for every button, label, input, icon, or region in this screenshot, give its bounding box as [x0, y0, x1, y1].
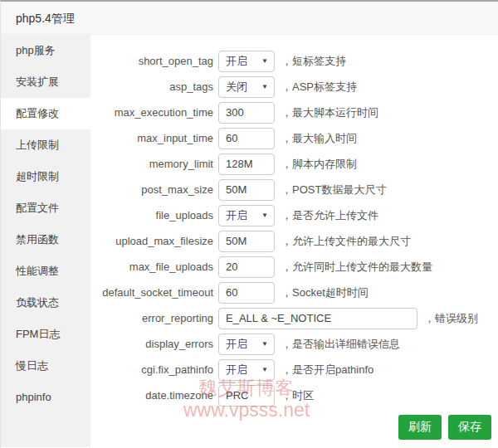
field-input[interactable] — [218, 256, 275, 278]
save-button[interactable]: 保存 — [448, 415, 491, 440]
form-row: post_max_size ，POST数据最大尺寸 — [90, 177, 498, 202]
select-value: 开启 — [226, 363, 247, 377]
form-row: display_errors 开启▼，是否输出详细错误信息 — [90, 331, 498, 357]
field-label: max_file_uploads — [90, 261, 218, 273]
field-label: max_input_time — [90, 132, 218, 144]
field-input[interactable] — [218, 179, 275, 201]
sidebar-item-8[interactable]: 性能调整 — [1, 256, 90, 287]
field-input[interactable] — [218, 102, 275, 124]
form-row: file_uploads 开启▼，是否允许上传文件 — [90, 202, 498, 228]
field-input[interactable] — [218, 231, 275, 252]
chevron-down-icon: ▼ — [261, 366, 268, 373]
field-select[interactable]: 开启▼ — [218, 334, 275, 355]
select-value: 开启 — [226, 54, 247, 69]
field-label: upload_max_filesize — [90, 235, 218, 247]
field-description: ，时区 — [281, 388, 314, 403]
field-label: asp_tags — [90, 80, 218, 93]
button-bar: 刷新 保存 — [90, 415, 498, 440]
field-description: ，错误级别 — [424, 311, 478, 326]
select-value: 开启 — [226, 208, 247, 223]
field-description: ，允许同时上传文件的最大数量 — [281, 260, 432, 275]
form-row: date.timezone ，时区 — [90, 382, 498, 408]
field-label: file_uploads — [90, 209, 218, 222]
sidebar-item-4[interactable]: 上传限制 — [1, 129, 90, 161]
field-input[interactable] — [218, 308, 417, 329]
select-value: 开启 — [226, 337, 247, 352]
field-label: memory_limit — [90, 158, 218, 170]
sidebar-item-5[interactable]: 超时限制 — [1, 161, 90, 192]
field-input[interactable] — [218, 128, 275, 149]
refresh-button[interactable]: 刷新 — [398, 415, 442, 440]
sidebar: php服务安装扩展配置修改上传限制超时限制配置文件禁用函数性能调整负载状态FPM… — [1, 35, 90, 447]
field-description: ，是否允许上传文件 — [281, 208, 378, 223]
field-description: ，短标签支持 — [281, 54, 346, 69]
form-row: max_file_uploads ，允许同时上传文件的最大数量 — [90, 254, 498, 280]
form-row: max_execution_time ，最大脚本运行时间 — [90, 100, 498, 125]
sidebar-item-9[interactable]: 负载状态 — [1, 287, 90, 319]
sidebar-item-1[interactable]: php服务 — [1, 35, 90, 66]
select-value: 关闭 — [226, 80, 247, 95]
chevron-down-icon: ▼ — [261, 340, 268, 348]
field-input[interactable] — [218, 385, 275, 407]
field-description: ，POST数据最大尺寸 — [281, 183, 386, 197]
field-label: cgi.fix_pathinfo — [90, 363, 218, 376]
form-row: default_socket_timeout ，Socket超时时间 — [90, 280, 498, 305]
sidebar-item-6[interactable]: 配置文件 — [1, 192, 90, 224]
form-row: max_input_time ，最大输入时间 — [90, 125, 498, 151]
window-body: php服务安装扩展配置修改上传限制超时限制配置文件禁用函数性能调整负载状态FPM… — [1, 35, 498, 447]
sidebar-item-12[interactable]: phpinfo — [1, 382, 90, 413]
field-description: ，最大输入时间 — [281, 131, 357, 146]
sidebar-item-7[interactable]: 禁用函数 — [1, 224, 90, 256]
field-description: ，ASP标签支持 — [281, 80, 357, 95]
field-input[interactable] — [218, 153, 275, 175]
field-description: ，是否输出详细错误信息 — [281, 337, 400, 352]
field-label: short_open_tag — [90, 55, 218, 67]
field-description: ，脚本内存限制 — [281, 157, 357, 172]
php-manager-window: php5.4管理 php服务安装扩展配置修改上传限制超时限制配置文件禁用函数性能… — [0, 0, 498, 448]
field-label: post_max_size — [90, 183, 218, 196]
field-description: ，是否开启pathinfo — [281, 363, 374, 377]
form-row: asp_tags 关闭▼，ASP标签支持 — [90, 74, 498, 100]
field-label: error_reporting — [90, 312, 218, 324]
chevron-down-icon: ▼ — [261, 212, 268, 219]
sidebar-item-10[interactable]: FPM日志 — [1, 319, 90, 350]
field-label: default_socket_timeout — [90, 286, 218, 299]
form-row: memory_limit ，脚本内存限制 — [90, 151, 498, 177]
field-select[interactable]: 开启▼ — [218, 359, 275, 381]
form-row: upload_max_filesize ，允许上传文件的最大尺寸 — [90, 228, 498, 254]
sidebar-item-3[interactable]: 配置修改 — [1, 98, 90, 129]
chevron-down-icon: ▼ — [261, 57, 268, 65]
field-select[interactable]: 开启▼ — [218, 205, 275, 226]
field-select[interactable]: 开启▼ — [218, 51, 275, 72]
page-title: php5.4管理 — [16, 12, 75, 25]
field-select[interactable]: 关闭▼ — [218, 76, 275, 98]
chevron-down-icon: ▼ — [261, 83, 268, 90]
field-description: ，Socket超时时间 — [281, 285, 369, 300]
sidebar-item-2[interactable]: 安装扩展 — [1, 66, 90, 98]
field-input[interactable] — [218, 282, 275, 304]
window-header: php5.4管理 — [1, 2, 498, 35]
field-description: ，允许上传文件的最大尺寸 — [281, 234, 411, 249]
field-label: date.timezone — [90, 389, 218, 402]
field-label: display_errors — [90, 338, 218, 350]
form-row: short_open_tag 开启▼，短标签支持 — [90, 48, 498, 74]
field-description: ，最大脚本运行时间 — [281, 105, 378, 120]
config-form: short_open_tag 开启▼，短标签支持 asp_tags 关闭▼，AS… — [90, 35, 498, 447]
field-label: max_execution_time — [90, 106, 218, 119]
form-row: error_reporting ，错误级别 — [90, 305, 498, 331]
sidebar-item-11[interactable]: 慢日志 — [1, 350, 90, 382]
form-row: cgi.fix_pathinfo 开启▼，是否开启pathinfo — [90, 357, 498, 382]
